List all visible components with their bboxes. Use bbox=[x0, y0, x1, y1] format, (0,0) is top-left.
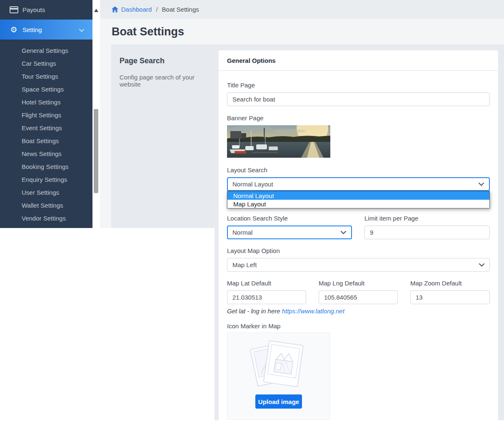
page-search-title: Page Search bbox=[120, 57, 211, 65]
layout-search-selected-value: Normal Layout bbox=[232, 181, 273, 188]
sidebar-item-general-settings[interactable]: General Settings bbox=[0, 44, 92, 57]
sidebar-item-label: Payouts bbox=[22, 6, 45, 13]
icon-marker-label: Icon Marker in Map bbox=[227, 322, 490, 330]
scrollbar-thumb[interactable] bbox=[94, 109, 98, 193]
sidebar-item-label: Setting bbox=[22, 26, 42, 33]
latlng-link[interactable]: https://www.latlong.net bbox=[282, 307, 344, 315]
sidebar-item-boat-settings[interactable]: Boat Settings bbox=[0, 134, 92, 147]
left-gutter bbox=[100, 45, 111, 228]
chevron-down-icon bbox=[341, 231, 346, 234]
map-lat-group: Map Lat Default bbox=[227, 280, 306, 304]
location-search-style-label: Location Search Style bbox=[227, 215, 352, 222]
credit-card-icon bbox=[9, 5, 18, 15]
location-search-style-group: Location Search Style Normal bbox=[227, 215, 352, 239]
limit-item-group: Limit item per Page bbox=[364, 215, 490, 239]
gear-icon: ⚙ bbox=[9, 25, 18, 34]
scrollbar-up-arrow-icon[interactable] bbox=[94, 9, 98, 12]
sidebar-scrollbar[interactable] bbox=[92, 0, 100, 424]
home-icon bbox=[112, 6, 118, 12]
banner-image bbox=[227, 125, 330, 158]
sidebar-item-news-settings[interactable]: News Settings bbox=[0, 147, 92, 160]
app-window: Payouts ⚙ Setting General Settings Car S… bbox=[0, 0, 504, 424]
title-page-input[interactable] bbox=[227, 92, 490, 106]
dropdown-option-normal-layout[interactable]: Normal Layout bbox=[227, 191, 489, 200]
sidebar-item-event-settings[interactable]: Event Settings bbox=[0, 121, 92, 134]
sidebar-item-enquiry-settings[interactable]: Enquiry Settings bbox=[0, 173, 92, 186]
map-lng-group: Map Lng Default bbox=[319, 280, 398, 304]
layout-map-option-label: Layout Map Option bbox=[227, 247, 490, 254]
map-lat-input[interactable] bbox=[227, 290, 306, 304]
layout-map-option-select[interactable]: Map Left bbox=[227, 258, 490, 272]
limit-item-input[interactable] bbox=[364, 226, 490, 239]
sidebar-item-wallet-settings[interactable]: Wallet Settings bbox=[0, 199, 92, 212]
icon-marker-upload-box[interactable]: Upload image bbox=[227, 332, 330, 420]
map-lng-input[interactable] bbox=[319, 290, 398, 304]
sidebar-item-space-settings[interactable]: Space Settings bbox=[0, 83, 92, 96]
banner-page-group: Banner Page bbox=[227, 114, 490, 158]
page-search-info: Page Search Config page search of your w… bbox=[120, 57, 211, 88]
page-title: Boat Settings bbox=[112, 25, 184, 38]
layout-search-label: Layout Search bbox=[227, 166, 490, 174]
location-limit-row: Location Search Style Normal Limit item … bbox=[227, 215, 490, 239]
map-defaults-row: Map Lat Default Map Lng Default Map Zoom… bbox=[227, 280, 490, 304]
layout-map-option-value: Map Left bbox=[232, 261, 257, 268]
chevron-down-icon bbox=[479, 183, 484, 186]
banner-page-label: Banner Page bbox=[227, 114, 490, 121]
layout-search-group: Layout Search Normal Layout Normal Layou… bbox=[227, 166, 490, 191]
card-header: General Options bbox=[219, 50, 498, 71]
card-body: Title Page Banner Page bbox=[219, 71, 498, 420]
latlng-hint-text: Get lat - lng in here bbox=[227, 307, 280, 315]
sidebar-item-hotel-settings[interactable]: Hotel Settings bbox=[0, 96, 92, 109]
photo-placeholder-icon bbox=[243, 339, 314, 391]
sidebar-item-booking-settings[interactable]: Booking Settings bbox=[0, 160, 92, 173]
latlng-hint: Get lat - lng in here https://www.latlon… bbox=[227, 307, 490, 315]
layout-map-option-group: Layout Map Option Map Left bbox=[227, 247, 490, 272]
limit-item-label: Limit item per Page bbox=[364, 215, 490, 222]
layout-search-select[interactable]: Normal Layout bbox=[227, 177, 490, 191]
page-header: Boat Settings bbox=[100, 19, 504, 45]
sidebar-item-car-settings[interactable]: Car Settings bbox=[0, 57, 92, 70]
card-title: General Options bbox=[227, 57, 276, 64]
icon-marker-group: Icon Marker in Map bbox=[227, 322, 490, 420]
title-page-group: Title Page bbox=[227, 82, 490, 106]
sidebar-item-flight-settings[interactable]: Flight Settings bbox=[0, 109, 92, 121]
sidebar-item-payouts[interactable]: Payouts bbox=[0, 0, 92, 20]
chevron-down-icon bbox=[479, 263, 484, 267]
breadcrumb-link-dashboard[interactable]: Dashboard bbox=[121, 6, 152, 13]
breadcrumb: Dashboard / Boat Settings bbox=[100, 0, 504, 19]
map-zoom-label: Map Zoom Default bbox=[410, 280, 490, 287]
title-page-label: Title Page bbox=[227, 82, 490, 89]
sidebar-item-tour-settings[interactable]: Tour Settings bbox=[0, 70, 92, 83]
page-search-description: Config page search of your website bbox=[120, 74, 211, 88]
sidebar-item-user-settings[interactable]: User Settings bbox=[0, 186, 92, 199]
upload-image-button[interactable]: Upload image bbox=[255, 394, 302, 409]
location-search-style-select[interactable]: Normal bbox=[227, 226, 352, 239]
map-zoom-group: Map Zoom Default bbox=[410, 280, 490, 304]
sidebar-item-setting[interactable]: ⚙ Setting bbox=[0, 20, 92, 40]
dropdown-option-map-layout[interactable]: Map Layout bbox=[227, 200, 489, 208]
main-content: Dashboard / Boat Settings Boat Settings … bbox=[100, 0, 504, 424]
breadcrumb-current: Boat Settings bbox=[162, 6, 199, 13]
map-lat-label: Map Lat Default bbox=[227, 280, 306, 287]
map-zoom-input[interactable] bbox=[410, 290, 490, 304]
chevron-down-icon bbox=[79, 26, 84, 33]
breadcrumb-separator: / bbox=[156, 6, 157, 13]
layout-search-dropdown: Normal Layout Map Layout bbox=[227, 191, 490, 208]
settings-submenu: General Settings Car Settings Tour Setti… bbox=[0, 44, 92, 225]
sidebar: Payouts ⚙ Setting General Settings Car S… bbox=[0, 0, 92, 228]
location-search-style-value: Normal bbox=[232, 229, 252, 236]
map-lng-label: Map Lng Default bbox=[319, 280, 398, 287]
sidebar-item-vendor-settings[interactable]: Vendor Settings bbox=[0, 212, 92, 225]
general-options-card: General Options Title Page Banner Page bbox=[219, 50, 498, 424]
